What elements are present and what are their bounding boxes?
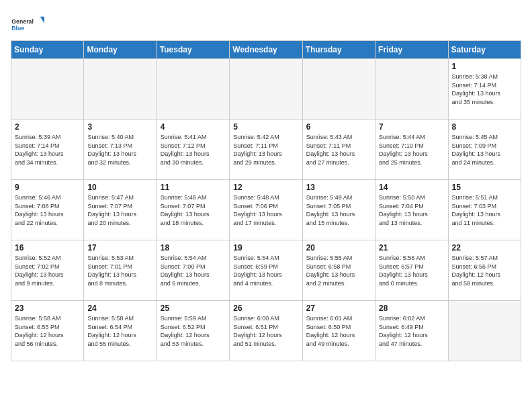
day-info: Sunrise: 5:56 AM Sunset: 6:57 PM Dayligh… (379, 254, 444, 287)
day-number: 28 (379, 304, 444, 313)
calendar-cell: 12Sunrise: 5:48 AM Sunset: 7:06 PM Dayli… (230, 180, 302, 240)
week-row-3: 9Sunrise: 5:46 AM Sunset: 7:08 PM Daylig… (11, 180, 521, 240)
day-info: Sunrise: 5:59 AM Sunset: 6:52 PM Dayligh… (161, 314, 226, 348)
day-number: 13 (306, 183, 371, 192)
day-number: 23 (15, 304, 80, 313)
calendar-cell: 27Sunrise: 6:01 AM Sunset: 6:50 PM Dayli… (302, 301, 375, 361)
day-info: Sunrise: 5:57 AM Sunset: 6:56 PM Dayligh… (452, 254, 517, 287)
day-number: 14 (379, 183, 444, 192)
calendar-cell: 11Sunrise: 5:48 AM Sunset: 7:07 PM Dayli… (157, 180, 229, 240)
day-info: Sunrise: 5:58 AM Sunset: 6:54 PM Dayligh… (87, 314, 152, 348)
week-row-4: 16Sunrise: 5:52 AM Sunset: 7:02 PM Dayli… (11, 240, 521, 301)
logo: General Blue (11, 11, 44, 38)
day-info: Sunrise: 5:52 AM Sunset: 7:02 PM Dayligh… (15, 254, 80, 287)
calendar-cell (84, 59, 157, 120)
calendar-cell (157, 59, 229, 120)
calendar-cell: 10Sunrise: 5:47 AM Sunset: 7:07 PM Dayli… (84, 180, 157, 240)
day-number: 19 (233, 243, 298, 253)
day-info: Sunrise: 5:51 AM Sunset: 7:03 PM Dayligh… (452, 193, 517, 227)
calendar-cell: 9Sunrise: 5:46 AM Sunset: 7:08 PM Daylig… (11, 180, 84, 240)
day-info: Sunrise: 5:50 AM Sunset: 7:04 PM Dayligh… (379, 193, 444, 227)
svg-text:General: General (11, 18, 34, 25)
day-info: Sunrise: 5:41 AM Sunset: 7:12 PM Dayligh… (161, 133, 226, 167)
day-number: 5 (233, 122, 298, 132)
day-number: 11 (161, 183, 226, 192)
day-info: Sunrise: 5:54 AM Sunset: 6:59 PM Dayligh… (233, 254, 298, 287)
day-info: Sunrise: 5:46 AM Sunset: 7:08 PM Dayligh… (15, 193, 80, 227)
calendar-cell: 20Sunrise: 5:55 AM Sunset: 6:58 PM Dayli… (302, 240, 375, 301)
day-number: 18 (161, 243, 226, 253)
weekday-header-sunday: Sunday (11, 41, 84, 59)
day-number: 12 (233, 183, 298, 192)
weekday-header-tuesday: Tuesday (157, 41, 229, 59)
svg-text:Blue: Blue (11, 25, 24, 32)
day-number: 6 (306, 122, 371, 132)
calendar-cell: 4Sunrise: 5:41 AM Sunset: 7:12 PM Daylig… (157, 120, 229, 180)
day-info: Sunrise: 5:39 AM Sunset: 7:14 PM Dayligh… (15, 133, 80, 167)
day-number: 25 (161, 304, 226, 313)
day-number: 4 (161, 122, 226, 132)
day-info: Sunrise: 5:47 AM Sunset: 7:07 PM Dayligh… (87, 193, 152, 227)
calendar-cell: 17Sunrise: 5:53 AM Sunset: 7:01 PM Dayli… (84, 240, 157, 301)
calendar-cell: 28Sunrise: 6:02 AM Sunset: 6:49 PM Dayli… (375, 301, 448, 361)
calendar-cell: 15Sunrise: 5:51 AM Sunset: 7:03 PM Dayli… (448, 180, 521, 240)
day-info: Sunrise: 6:00 AM Sunset: 6:51 PM Dayligh… (233, 314, 298, 348)
day-info: Sunrise: 5:48 AM Sunset: 7:06 PM Dayligh… (233, 193, 298, 227)
day-info: Sunrise: 5:48 AM Sunset: 7:07 PM Dayligh… (161, 193, 226, 227)
day-info: Sunrise: 5:49 AM Sunset: 7:05 PM Dayligh… (306, 193, 371, 227)
day-number: 9 (15, 183, 80, 192)
day-number: 3 (87, 122, 152, 132)
logo-svg: General Blue (11, 11, 44, 38)
calendar-cell (11, 59, 84, 120)
day-number: 15 (452, 183, 517, 192)
calendar-cell: 23Sunrise: 5:58 AM Sunset: 6:55 PM Dayli… (11, 301, 84, 361)
day-number: 10 (87, 183, 152, 192)
calendar-cell: 3Sunrise: 5:40 AM Sunset: 7:13 PM Daylig… (84, 120, 157, 180)
calendar-cell: 8Sunrise: 5:45 AM Sunset: 7:09 PM Daylig… (448, 120, 521, 180)
day-number: 22 (452, 243, 517, 253)
weekday-header-friday: Friday (375, 41, 448, 59)
day-info: Sunrise: 5:45 AM Sunset: 7:09 PM Dayligh… (452, 133, 517, 167)
day-number: 7 (379, 122, 444, 132)
day-number: 26 (233, 304, 298, 313)
calendar-cell: 13Sunrise: 5:49 AM Sunset: 7:05 PM Dayli… (302, 180, 375, 240)
weekday-header-thursday: Thursday (302, 41, 375, 59)
calendar-cell: 14Sunrise: 5:50 AM Sunset: 7:04 PM Dayli… (375, 180, 448, 240)
day-number: 8 (452, 122, 517, 132)
day-info: Sunrise: 5:44 AM Sunset: 7:10 PM Dayligh… (379, 133, 444, 167)
day-info: Sunrise: 5:55 AM Sunset: 6:58 PM Dayligh… (306, 254, 371, 287)
calendar-cell: 18Sunrise: 5:54 AM Sunset: 7:00 PM Dayli… (157, 240, 229, 301)
calendar-table: SundayMondayTuesdayWednesdayThursdayFrid… (11, 40, 521, 361)
day-info: Sunrise: 6:02 AM Sunset: 6:49 PM Dayligh… (379, 314, 444, 348)
week-row-2: 2Sunrise: 5:39 AM Sunset: 7:14 PM Daylig… (11, 120, 521, 180)
day-info: Sunrise: 5:54 AM Sunset: 7:00 PM Dayligh… (161, 254, 226, 287)
day-info: Sunrise: 5:42 AM Sunset: 7:11 PM Dayligh… (233, 133, 298, 167)
calendar-cell (375, 59, 448, 120)
calendar-cell: 7Sunrise: 5:44 AM Sunset: 7:10 PM Daylig… (375, 120, 448, 180)
calendar-cell: 16Sunrise: 5:52 AM Sunset: 7:02 PM Dayli… (11, 240, 84, 301)
day-number: 16 (15, 243, 80, 253)
day-number: 21 (379, 243, 444, 253)
calendar-cell: 21Sunrise: 5:56 AM Sunset: 6:57 PM Dayli… (375, 240, 448, 301)
day-info: Sunrise: 5:38 AM Sunset: 7:14 PM Dayligh… (452, 73, 517, 106)
day-info: Sunrise: 5:40 AM Sunset: 7:13 PM Dayligh… (87, 133, 152, 167)
calendar-cell: 2Sunrise: 5:39 AM Sunset: 7:14 PM Daylig… (11, 120, 84, 180)
week-row-1: 1Sunrise: 5:38 AM Sunset: 7:14 PM Daylig… (11, 59, 521, 120)
day-number: 24 (87, 304, 152, 313)
day-number: 20 (306, 243, 371, 253)
svg-marker-1 (40, 17, 44, 24)
calendar-cell: 19Sunrise: 5:54 AM Sunset: 6:59 PM Dayli… (230, 240, 302, 301)
weekday-header-row: SundayMondayTuesdayWednesdayThursdayFrid… (11, 41, 521, 59)
calendar-cell: 5Sunrise: 5:42 AM Sunset: 7:11 PM Daylig… (230, 120, 302, 180)
weekday-header-saturday: Saturday (448, 41, 521, 59)
calendar-cell: 25Sunrise: 5:59 AM Sunset: 6:52 PM Dayli… (157, 301, 229, 361)
day-number: 17 (87, 243, 152, 253)
week-row-5: 23Sunrise: 5:58 AM Sunset: 6:55 PM Dayli… (11, 301, 521, 361)
day-info: Sunrise: 5:53 AM Sunset: 7:01 PM Dayligh… (87, 254, 152, 287)
day-number: 27 (306, 304, 371, 313)
day-number: 1 (452, 62, 517, 71)
weekday-header-monday: Monday (84, 41, 157, 59)
day-info: Sunrise: 5:43 AM Sunset: 7:11 PM Dayligh… (306, 133, 371, 167)
calendar-cell: 24Sunrise: 5:58 AM Sunset: 6:54 PM Dayli… (84, 301, 157, 361)
calendar-cell (302, 59, 375, 120)
